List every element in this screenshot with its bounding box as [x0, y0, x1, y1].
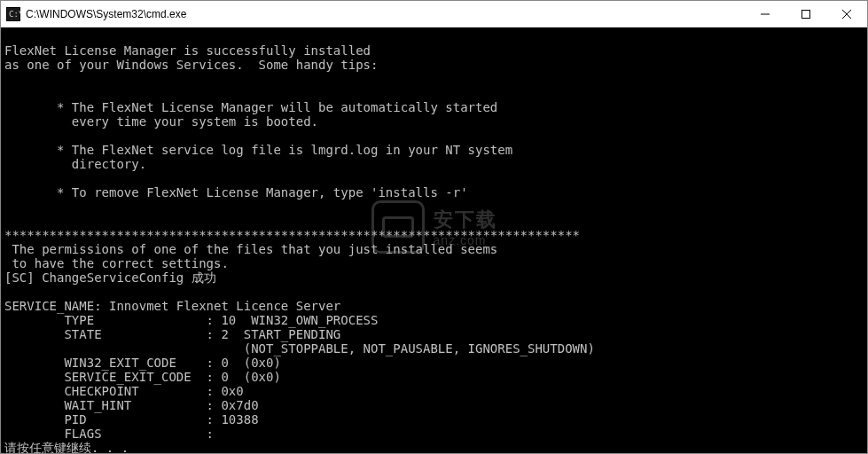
cmd-window: C:\ C:\WINDOWS\System32\cmd.exe FlexNet …	[0, 0, 868, 454]
window-title: C:\WINDOWS\System32\cmd.exe	[26, 8, 745, 20]
maximize-button[interactable]	[786, 1, 826, 27]
svg-rect-4	[802, 10, 810, 18]
close-button[interactable]	[826, 1, 867, 27]
svg-text:C:\: C:\	[9, 10, 20, 19]
minimize-button[interactable]	[745, 1, 786, 27]
terminal-output[interactable]: FlexNet License Manager is successfully …	[1, 27, 867, 453]
titlebar[interactable]: C:\ C:\WINDOWS\System32\cmd.exe	[1, 1, 867, 27]
window-controls	[745, 1, 867, 27]
cmd-icon: C:\	[6, 7, 20, 21]
